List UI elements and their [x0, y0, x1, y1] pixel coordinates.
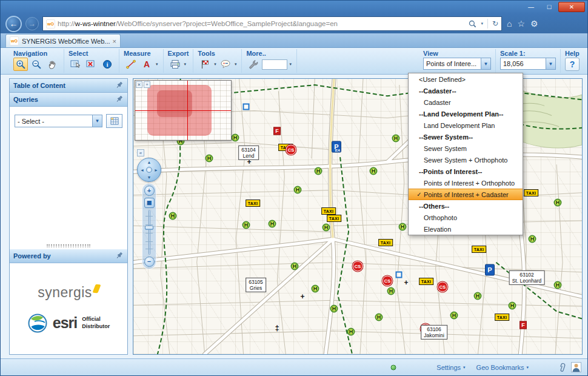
map-marker-h[interactable]: H	[315, 167, 322, 175]
map-marker-h[interactable]: H	[375, 314, 383, 321]
forward-button[interactable]: →	[25, 17, 39, 30]
chevron-down-icon[interactable]: ▼	[481, 58, 490, 69]
search-icon[interactable]	[469, 20, 476, 28]
pan-down-icon[interactable]: ▼	[147, 175, 152, 180]
back-button[interactable]: ←	[5, 16, 22, 32]
view-menu-item[interactable]: ✓Points of Interest + Cadaster	[409, 189, 523, 200]
more-tools-button[interactable]	[246, 58, 261, 71]
pin-icon[interactable]	[116, 252, 124, 261]
map-marker-h[interactable]: H	[330, 305, 338, 313]
map-marker-h[interactable]: H	[474, 292, 482, 300]
panel-header-table-of-content[interactable]: Table of Content	[10, 79, 127, 93]
scale-dropdown[interactable]: 18,056 ▼	[500, 58, 556, 70]
close-button[interactable]: ✕	[558, 2, 585, 12]
map-marker-h[interactable]: H	[312, 285, 319, 293]
gear-icon[interactable]: ⚙	[530, 19, 538, 29]
map-marker-h[interactable]: H	[205, 155, 213, 163]
home-icon[interactable]: ⌂	[507, 19, 512, 29]
pin-icon[interactable]	[116, 95, 124, 104]
more-caret-icon[interactable]: ▾	[289, 62, 292, 67]
map-marker-h[interactable]: H	[370, 167, 378, 175]
chevron-down-icon[interactable]: ▼	[546, 58, 555, 69]
chevron-down-icon[interactable]: ▼	[92, 115, 102, 127]
redlining-caret-icon[interactable]: ▾	[213, 62, 217, 67]
map-marker-cross[interactable]: ‡	[275, 324, 279, 332]
zoom-extent-button[interactable]: ▦	[144, 198, 155, 208]
pan-right-icon[interactable]: ►	[154, 168, 158, 172]
zoom-slider-handle[interactable]	[145, 226, 153, 230]
map-marker-h[interactable]: H	[294, 186, 302, 194]
map-marker-taxi[interactable]: TAXI	[524, 189, 538, 196]
browser-tab[interactable]: wO SYNERGIS WebOffice Web... ×	[5, 34, 121, 47]
map-marker-f[interactable]: F	[520, 321, 527, 329]
map-marker-h[interactable]: H	[387, 287, 395, 295]
print-button[interactable]	[168, 58, 182, 71]
map-marker-p[interactable]: P	[485, 264, 495, 276]
map-marker-h[interactable]: H	[269, 220, 276, 228]
settings-menu[interactable]: Settings ▾	[436, 364, 465, 371]
map-marker-h[interactable]: H	[529, 235, 536, 243]
query-select-dropdown[interactable]: - Select - ▼	[15, 115, 102, 127]
map-marker-taxi[interactable]: TAXI	[495, 314, 509, 321]
zoom-out-button[interactable]: −	[144, 257, 155, 267]
zoom-in-tool-button[interactable]	[13, 58, 28, 71]
map-marker-bluebox[interactable]	[243, 104, 250, 110]
geo-bookmarks-menu[interactable]: Geo Bookmarks ▾	[476, 364, 529, 371]
map-marker-h[interactable]: H	[291, 263, 299, 270]
map-marker-taxi[interactable]: TAXI	[378, 239, 393, 246]
map-marker-cs[interactable]: CS	[353, 261, 363, 272]
map-marker-cs[interactable]: CS	[383, 276, 393, 286]
map-marker-plus[interactable]: +	[300, 293, 304, 300]
map-marker-taxi[interactable]: TAXI	[419, 278, 433, 285]
zoom-slider[interactable]	[145, 210, 153, 255]
zoom-in-button[interactable]: +	[144, 186, 155, 196]
pin-icon[interactable]	[116, 81, 124, 90]
map-marker-h[interactable]: H	[450, 312, 458, 320]
map-marker-cs[interactable]: CS	[286, 145, 296, 155]
view-menu-item[interactable]: Points of Interest + Orthophoto	[409, 177, 523, 189]
favorites-star-icon[interactable]: ☆	[517, 19, 525, 29]
select-features-button[interactable]	[68, 58, 83, 71]
map-marker-h[interactable]: H	[232, 134, 239, 142]
overview-map[interactable]: ✕ +	[135, 80, 232, 141]
collapse-widget-button[interactable]: «	[137, 149, 144, 156]
tab-close-icon[interactable]: ×	[113, 38, 116, 45]
user-avatar-icon[interactable]	[571, 362, 581, 372]
pan-tool-button[interactable]	[45, 58, 59, 71]
map-marker-taxi[interactable]: TAXI	[472, 246, 486, 253]
map-marker-h[interactable]: H	[554, 199, 562, 207]
map-marker-taxi[interactable]: TAXI	[327, 215, 341, 222]
query-report-button[interactable]	[106, 114, 122, 128]
pan-center-button[interactable]	[146, 167, 152, 173]
map-marker-h[interactable]: H	[347, 328, 355, 336]
add-text-button[interactable]: A	[139, 58, 154, 71]
address-input[interactable]: wO http://w-ws-wintner/WebOffice/synserv…	[42, 16, 502, 31]
export-caret-icon[interactable]: ▾	[184, 62, 187, 67]
map-marker-bluebox[interactable]	[396, 272, 403, 278]
clear-selection-button[interactable]	[84, 58, 99, 71]
help-button[interactable]: ?	[565, 58, 580, 71]
map-marker-p[interactable]: PEA	[332, 141, 341, 153]
title-bar[interactable]: — □ ✕	[1, 1, 587, 14]
zoom-out-tool-button[interactable]	[29, 58, 44, 71]
maptip-button[interactable]	[218, 58, 233, 71]
map-marker-taxi[interactable]: TAXI	[321, 207, 336, 215]
panel-resize-handle[interactable]	[47, 244, 90, 247]
view-menu-item[interactable]: Land Development Plan	[409, 119, 523, 131]
view-dropdown[interactable]: Points of Intere... ▼	[423, 58, 491, 70]
view-menu-item[interactable]: Elevation	[409, 223, 523, 235]
map-marker-cs[interactable]: CS	[438, 282, 448, 292]
overview-move-icon[interactable]: +	[144, 81, 150, 88]
more-tools-input[interactable]	[262, 59, 287, 70]
panel-header-powered-by[interactable]: Powered by	[10, 249, 127, 263]
view-menu-item[interactable]: Sewer System + Orthophoto	[409, 154, 523, 166]
map-marker-h[interactable]: H	[169, 212, 177, 220]
view-menu-item[interactable]: Orthophoto	[409, 212, 523, 223]
refresh-icon[interactable]: ↻	[492, 19, 498, 28]
view-menu-item[interactable]: Cadaster	[409, 96, 523, 108]
map-marker-h[interactable]: H	[509, 302, 516, 310]
measure-caret-icon[interactable]: ▾	[155, 62, 159, 67]
pan-control[interactable]: ▲ ▼ ◄ ►	[137, 158, 161, 182]
maximize-button[interactable]: □	[540, 2, 558, 12]
minimize-button[interactable]: —	[522, 2, 540, 12]
